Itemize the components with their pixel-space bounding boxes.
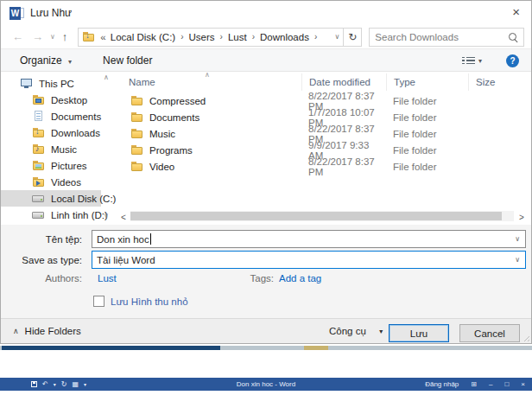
address-dropdown-icon[interactable]: ∨ <box>335 33 340 41</box>
save-thumbnail-label: Lưu Hình thu nhỏ <box>111 296 188 307</box>
sidebar-item[interactable]: Downloads <box>1 124 101 141</box>
word-app-icon: W <box>10 7 24 20</box>
address-bar[interactable]: « Local Disk (C:) › Users › Lust › Downl… <box>78 28 344 47</box>
sidebar-item[interactable]: Videos <box>1 174 101 190</box>
save-as-type-label: Save as type: <box>1 255 87 265</box>
breadcrumb-separator-icon[interactable]: › <box>180 32 183 41</box>
sidebar-item[interactable]: Music <box>1 141 101 157</box>
horizontal-scrollbar[interactable] <box>130 211 514 221</box>
views-dropdown-icon[interactable]: ▾ <box>478 57 482 65</box>
sidebar-item[interactable]: Documents <box>1 108 101 124</box>
background-scroll-strip <box>0 346 532 350</box>
dialog-titlebar[interactable]: W Lưu Như × <box>1 1 531 25</box>
save-thumbnail-checkbox[interactable] <box>93 296 104 307</box>
folder-icon <box>130 111 144 124</box>
folder-icon <box>130 94 144 107</box>
breadcrumb-item[interactable]: Local Disk (C:) › <box>110 32 188 42</box>
breadcrumb-item[interactable]: Lust › <box>227 32 259 42</box>
sidebar-scroll-up-icon[interactable]: ∧ <box>104 73 109 81</box>
scroll-strip-thumb <box>2 346 220 350</box>
file-name-dropdown-icon[interactable]: ∨ <box>515 235 520 243</box>
sidebar-scroll-down-icon[interactable]: ∨ <box>104 212 109 220</box>
save-as-type-select[interactable]: Tài liệu Word ∨ <box>92 251 526 269</box>
new-folder-button[interactable]: New folder <box>103 54 152 67</box>
tags-label: Tags: <box>232 273 274 284</box>
refresh-icon: ↻ <box>348 31 357 43</box>
save-as-type-dropdown-icon[interactable]: ∨ <box>515 256 520 264</box>
tools-dropdown[interactable]: Công cụ ▼ <box>329 326 384 336</box>
downloads-icon <box>32 126 46 139</box>
word-close-icon[interactable]: × <box>521 380 525 388</box>
documents-icon <box>32 110 46 123</box>
organize-dropdown-icon: ▾ <box>68 58 72 66</box>
command-toolbar: Organize ▾ New folder ▾ ? <box>1 48 531 72</box>
file-list: Compressed 8/22/2017 8:37 PM File folder… <box>118 92 526 175</box>
close-icon[interactable]: × <box>512 4 520 19</box>
save-button[interactable]: Lưu <box>389 324 449 342</box>
back-icon[interactable]: ← <box>12 30 23 43</box>
text-caret <box>150 233 151 245</box>
hscroll-left-icon[interactable]: < <box>121 213 126 222</box>
breadcrumb-item[interactable]: Downloads › <box>259 32 321 42</box>
sidebar-item[interactable]: Pictures <box>1 157 101 174</box>
downloads-folder-icon <box>82 30 96 43</box>
videos-icon <box>32 175 46 188</box>
view-list-icon[interactable] <box>462 56 475 66</box>
file-row[interactable]: Video 8/22/2017 8:37 PM File folder <box>118 158 526 175</box>
breadcrumb: Local Disk (C:) › Users › Lust › Downloa… <box>110 32 332 42</box>
minimize-icon[interactable]: – <box>489 380 492 388</box>
history-dropdown-icon[interactable]: ∨ <box>50 33 55 41</box>
word-titlebar: ↶ ▾ ↻ ▦ ▾ Don xin hoc - Word Đăng nhập ⊞… <box>0 378 532 391</box>
hide-folders-button[interactable]: ∧ Hide Folders <box>13 326 81 336</box>
restore-icon[interactable]: □ <box>504 380 509 388</box>
save-as-dialog: W Lưu Như × ← → ∨ ↑ « Local Disk (C:) › … <box>0 0 532 344</box>
sidebar-item[interactable]: Local Disk (C:) <box>1 190 101 207</box>
search-icon <box>509 33 516 41</box>
breadcrumb-item[interactable]: Users › <box>188 32 227 42</box>
search-input[interactable] <box>375 32 509 42</box>
folder-icon <box>130 127 144 140</box>
sidebar-item[interactable]: This PC <box>1 75 101 92</box>
cancel-button[interactable]: Cancel <box>459 324 520 342</box>
music-icon <box>32 143 46 156</box>
sign-in-button[interactable]: Đăng nhập <box>425 380 459 388</box>
column-header[interactable]: Size <box>468 73 520 91</box>
up-icon[interactable]: ↑ <box>62 30 68 43</box>
breadcrumb-overflow[interactable]: « <box>100 32 105 42</box>
column-header[interactable]: Name <box>118 73 301 91</box>
ribbon-options-icon[interactable]: ⊞ <box>471 380 477 388</box>
file-name-input[interactable]: Don xin hoc ∨ <box>92 230 526 248</box>
sort-ascending-icon: ∧ <box>205 71 210 79</box>
browse-area: This PC Desktop Documents Downloads Musi… <box>1 72 531 225</box>
sidebar: This PC Desktop Documents Downloads Musi… <box>1 75 101 223</box>
folder-icon <box>130 160 144 173</box>
scrollbar-thumb[interactable] <box>130 212 502 220</box>
refresh-button[interactable]: ↻ <box>344 28 362 47</box>
authors-link[interactable]: Lust <box>98 273 117 284</box>
breadcrumb-separator-icon[interactable]: › <box>252 32 255 41</box>
sidebar-item[interactable]: Linh tinh (D:) <box>1 207 101 223</box>
fields-pane: Tên tệp: Don xin hoc ∨ Save as type: Tài… <box>1 225 531 318</box>
breadcrumb-separator-icon[interactable]: › <box>314 32 317 41</box>
file-name-label: Tên tệp: <box>1 234 87 245</box>
column-header[interactable]: Type <box>386 73 468 91</box>
authors-label: Authors: <box>1 273 87 284</box>
chevron-up-icon: ∧ <box>13 327 19 335</box>
forward-icon[interactable]: → <box>32 30 43 43</box>
drive-icon <box>32 192 46 205</box>
tools-dropdown-icon: ▼ <box>378 328 384 334</box>
breadcrumb-separator-icon[interactable]: › <box>220 32 223 41</box>
add-tag-link[interactable]: Add a tag <box>279 273 321 284</box>
folder-icon <box>130 143 144 156</box>
hscroll-right-icon[interactable]: > <box>519 213 524 222</box>
save-thumbnail-row: Lưu Hình thu nhỏ <box>93 296 188 307</box>
organize-button[interactable]: Organize ▾ <box>20 54 72 67</box>
navigation-row: ← → ∨ ↑ « Local Disk (C:) › Users › Lust… <box>1 25 531 48</box>
desktop-icon <box>32 93 46 106</box>
file-name-value: Don xin hoc <box>97 234 149 245</box>
search-box[interactable] <box>369 28 524 47</box>
sidebar-item[interactable]: Desktop <box>1 92 101 108</box>
help-icon[interactable]: ? <box>506 54 519 67</box>
column-header[interactable]: Date modified <box>301 73 386 91</box>
scroll-strip-marker <box>304 346 328 350</box>
